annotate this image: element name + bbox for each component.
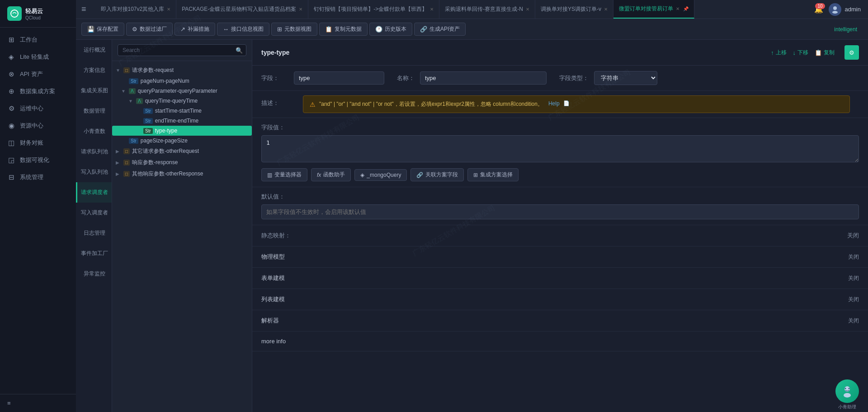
sidebar-item-visualization[interactable]: ◲ 数据可视化	[0, 152, 76, 169]
tree-item-query-time[interactable]: ▼ Λ queryTime-queryTime	[112, 96, 252, 106]
sidebar-item-ops[interactable]: ⚙ 运维中心	[0, 100, 76, 117]
tree-item-pagenum[interactable]: Str pageNum-pageNum	[112, 76, 252, 86]
left-nav-requester[interactable]: 请求调度者	[76, 182, 112, 203]
left-nav-writer[interactable]: 写入调度者	[76, 203, 112, 223]
tree-item-other-request[interactable]: ▶ □ 其它请求参数-otherRequest	[112, 146, 252, 157]
sidebar-item-finance[interactable]: ◫ 财务对账	[0, 134, 76, 152]
supplement-button[interactable]: ↗ 补漏措施	[175, 23, 215, 36]
left-nav-exception[interactable]: 异常监控	[76, 264, 112, 284]
sidebar-item-workbench[interactable]: ⊞ 工作台	[0, 31, 76, 48]
tab-close-icon[interactable]: ✕	[526, 7, 529, 12]
history-button[interactable]: 🕐 历史版本	[369, 23, 412, 36]
static-mapping-label: 静态映射：	[261, 232, 842, 240]
move-up-button[interactable]: ↑ 上移	[771, 49, 787, 57]
help-link[interactable]: Help	[548, 100, 560, 107]
parser-header[interactable]: 解析器 关闭	[252, 310, 868, 331]
list-model-header[interactable]: 列表建模 关闭	[252, 289, 868, 310]
tab-pin-icon[interactable]: 📌	[683, 6, 689, 11]
tab-label: 调换单对接YS调拨订单-v	[541, 5, 601, 13]
left-nav-request-queue[interactable]: 请求队列池	[76, 142, 112, 162]
func-helper-button[interactable]: fx 函数助手	[311, 168, 351, 181]
field-type-select[interactable]: 字符串 数字 布尔 对象 数组 日期	[594, 71, 657, 85]
meta-view-button[interactable]: ⊞ 元数据视图	[271, 23, 317, 36]
form-model-section: 表单建模 关闭	[252, 268, 868, 289]
sidebar-item-label: 运维中心	[20, 104, 43, 113]
default-value-input[interactable]	[261, 204, 859, 219]
user-info[interactable]: admin	[829, 3, 861, 16]
tree-item-label: startTime-startTime	[155, 108, 248, 114]
save-config-button[interactable]: 💾 保存配置	[81, 23, 124, 36]
tree-item-pagesize[interactable]: Str pageSize-pageSize	[112, 136, 252, 146]
left-nav-relation[interactable]: 集成关系图	[76, 81, 112, 101]
integration-select-button[interactable]: ⊞ 集成方案选择	[467, 168, 519, 181]
tree-item-type-type[interactable]: Str type-type	[112, 126, 252, 136]
copy-data-icon: 📋	[325, 26, 332, 33]
tree-item-label: type-type	[155, 128, 248, 134]
name-input[interactable]	[420, 71, 547, 85]
func-helper-icon: fx	[317, 172, 321, 178]
tab-label: 采购退料单回传-赛意直接生成-N	[445, 5, 523, 13]
resource-icon: ◉	[7, 122, 15, 130]
finance-icon: ◫	[7, 139, 15, 147]
notification-wrapper[interactable]: 🔔 10	[814, 5, 823, 14]
sidebar-item-data-integration[interactable]: ⊕ 数据集成方案	[0, 83, 76, 100]
tab-close-icon[interactable]: ✕	[299, 7, 302, 12]
logo-text-group: 轻易云 QCloud	[25, 7, 43, 20]
tab-close-icon[interactable]: ✕	[676, 6, 679, 11]
tab-import[interactable]: 即入库对接107v2其他入库 ✕	[95, 0, 177, 19]
tab-label: PACKAGE-金蝶云星辰物料写入贴店通货品档案	[182, 5, 296, 13]
tree-item-other-response[interactable]: ▶ □ 其他响应参数-otherResponse	[112, 168, 252, 180]
tab-close-icon[interactable]: ✕	[167, 7, 170, 12]
form-model-header[interactable]: 表单建模 关闭	[252, 268, 868, 289]
sidebar-item-lite[interactable]: ◈ Lite 轻集成	[0, 48, 76, 66]
mongo-icon: ◈	[360, 172, 364, 178]
left-nav-data-mgmt[interactable]: 数据管理	[76, 101, 112, 121]
help-doc-icon: 📄	[563, 100, 570, 106]
settings-button[interactable]: ⚙	[844, 45, 859, 60]
search-input[interactable]	[118, 44, 246, 56]
tab-exchange[interactable]: 调换单对接YS调拨订单-v ✕	[535, 0, 613, 19]
left-nav-query[interactable]: 小青查数	[76, 121, 112, 142]
copy-field-button[interactable]: 📋 复制	[815, 49, 835, 57]
left-nav-write-queue[interactable]: 写入队列池	[76, 162, 112, 182]
meta-view-label: 元数据视图	[284, 25, 311, 33]
left-nav-overview[interactable]: 运行概况	[76, 40, 112, 60]
left-nav-event[interactable]: 事件加工厂	[76, 243, 112, 264]
tree-item-start-time[interactable]: Str startTime-startTime	[112, 106, 252, 116]
data-filter-button[interactable]: ⚙ 数据过滤厂	[126, 23, 173, 36]
data-filter-label: 数据过滤厂	[140, 25, 167, 33]
more-info-header[interactable]: more info	[252, 331, 868, 351]
tree-item-response[interactable]: ▶ □ 响应参数-response	[112, 157, 252, 168]
tab-weidian[interactable]: 微盟订单对接管易订单 ✕ 📌	[613, 0, 694, 19]
tree-item-query-param[interactable]: ▼ Λ queryParameter-queryParameter	[112, 86, 252, 96]
tree-item-request[interactable]: ▼ □ 请求参数-request	[112, 65, 252, 76]
left-nav-solution[interactable]: 方案信息	[76, 60, 112, 81]
var-selector-button[interactable]: ▥ 变量选择器	[261, 168, 307, 181]
field-value-textarea[interactable]: 1	[261, 135, 859, 162]
gen-api-button[interactable]: 🔗 生成API资产	[414, 23, 466, 36]
tab-close-icon[interactable]: ✕	[430, 7, 434, 12]
sidebar-item-resource[interactable]: ◉ 资源中心	[0, 117, 76, 134]
hamburger-menu[interactable]: ≡	[76, 5, 92, 14]
intelligent-button[interactable]: intelligent	[829, 24, 863, 35]
var-selector-icon: ▥	[267, 172, 272, 178]
physical-model-header[interactable]: 物理模型 关闭	[252, 246, 868, 267]
detail-actions: ↑ 上移 ↓ 下移 📋 复制 ⚙	[771, 45, 859, 60]
sidebar-footer[interactable]: ≡	[0, 394, 76, 412]
mongo-query-button[interactable]: ◈ _mongoQuery	[354, 169, 407, 181]
tab-purchase[interactable]: 采购退料单回传-赛意直接生成-N ✕	[439, 0, 535, 19]
chat-float[interactable]: 小青助理	[835, 379, 859, 403]
field-input[interactable]	[294, 71, 384, 85]
move-down-button[interactable]: ↓ 下移	[793, 49, 809, 57]
left-nav-log[interactable]: 日志管理	[76, 223, 112, 243]
tab-close-icon[interactable]: ✕	[604, 7, 608, 12]
copy-data-button[interactable]: 📋 复制元数据	[319, 23, 368, 36]
sidebar-item-system[interactable]: ⊟ 系统管理	[0, 169, 76, 186]
related-field-button[interactable]: 🔗 关联方案字段	[410, 168, 464, 181]
ops-icon: ⚙	[7, 104, 15, 113]
sidebar-item-api[interactable]: ⊗ API 资产	[0, 66, 76, 83]
interface-info-button[interactable]: ↔ 接口信息视图	[217, 23, 269, 36]
tab-package[interactable]: PACKAGE-金蝶云星辰物料写入贴店通货品档案 ✕	[176, 0, 308, 19]
tab-nail[interactable]: 钉钉报销【项目报销单】->金蝶付款单【班西】 ✕	[308, 0, 439, 19]
tree-item-end-time[interactable]: Str endTime-endTime	[112, 116, 252, 126]
